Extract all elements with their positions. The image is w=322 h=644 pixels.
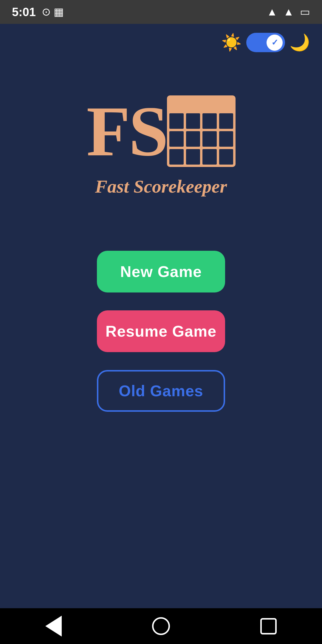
- nav-bar: [0, 608, 322, 644]
- table-cell: [169, 149, 184, 165]
- table-cell: [169, 131, 184, 147]
- dark-mode-toggle[interactable]: ✓: [246, 33, 285, 52]
- toggle-knob: ✓: [267, 35, 283, 51]
- main-content: ☀️ ✓ 🌙 FS: [0, 24, 322, 608]
- logo-graphic: FS: [86, 95, 236, 167]
- status-icons: ⊙ ▦: [42, 6, 64, 18]
- logo-section: FS: [86, 95, 236, 197]
- status-time: 5:01: [12, 5, 36, 19]
- old-games-button[interactable]: Old Games: [97, 370, 225, 412]
- signal-icon: ▲: [283, 6, 294, 18]
- table-cell: [219, 131, 233, 147]
- status-right: ▲ ▲ ▭: [267, 6, 310, 18]
- logo-table: [167, 95, 236, 167]
- check-icon: ✓: [271, 38, 278, 47]
- table-cell: [202, 113, 217, 129]
- battery-icon: ▭: [300, 6, 310, 18]
- sun-icon: ☀️: [221, 33, 242, 52]
- new-game-button[interactable]: New Game: [97, 251, 225, 292]
- status-bar: 5:01 ⊙ ▦ ▲ ▲ ▭: [0, 0, 322, 24]
- app-subtitle: Fast Scorekeeper: [95, 176, 227, 197]
- table-cell: [186, 131, 200, 147]
- wifi-icon: ▲: [267, 6, 278, 18]
- table-cell: [202, 149, 217, 165]
- table-body: [169, 113, 233, 165]
- table-header: [169, 98, 233, 113]
- moon-icon: 🌙: [290, 33, 310, 52]
- back-button[interactable]: [45, 616, 62, 637]
- table-cell: [202, 131, 217, 147]
- resume-game-button[interactable]: Resume Game: [97, 310, 225, 352]
- table-cell: [186, 149, 200, 165]
- media-icon: ⊙: [42, 6, 51, 18]
- table-cell: [186, 113, 200, 129]
- table-cell: [219, 113, 233, 129]
- table-cell: [219, 149, 233, 165]
- buttons-section: New Game Resume Game Old Games: [0, 251, 322, 412]
- status-left: 5:01 ⊙ ▦: [12, 5, 64, 19]
- logo-fs-letters: FS: [86, 95, 167, 167]
- home-button[interactable]: [152, 617, 170, 635]
- recents-button[interactable]: [260, 618, 277, 634]
- sim-icon: ▦: [54, 6, 64, 18]
- logo-table-container: [167, 95, 236, 167]
- table-cell: [169, 113, 184, 129]
- theme-toggle: ☀️ ✓ 🌙: [221, 33, 310, 52]
